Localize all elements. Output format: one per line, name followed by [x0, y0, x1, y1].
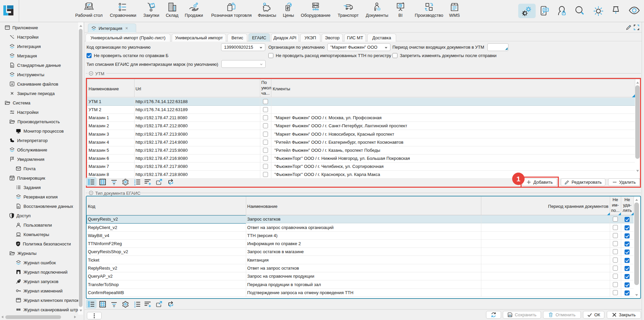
svg-text:3: 3 [134, 183, 136, 186]
svg-text:3: 3 [134, 306, 136, 308]
